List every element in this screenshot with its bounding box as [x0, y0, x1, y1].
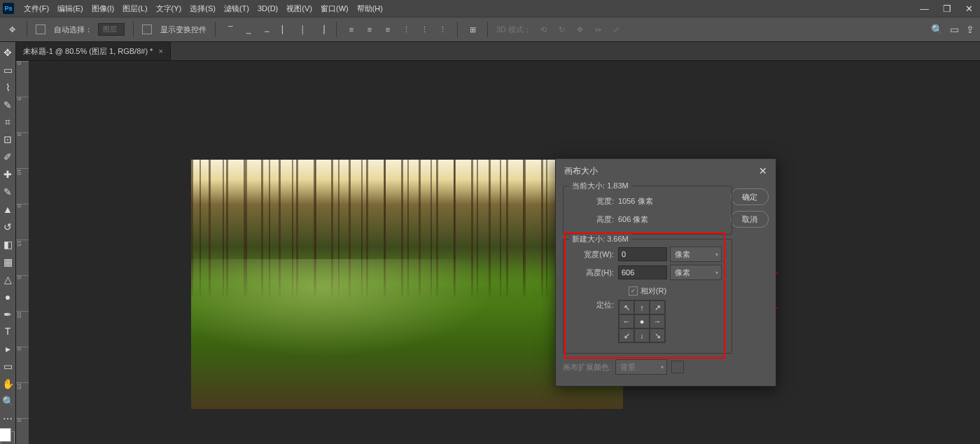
tab-close-icon[interactable]: × — [158, 47, 162, 55]
ps-logo: Ps — [3, 3, 14, 14]
cur-height-label: 高度: — [570, 214, 614, 225]
distribute-2-icon[interactable]: ≡ — [363, 23, 376, 36]
document-tab[interactable]: 未标题-1 @ 80.5% (图层 1, RGB/8#) * × — [16, 42, 171, 60]
menu-window[interactable]: 窗口(W) — [316, 4, 353, 14]
relative-label: 相对(R) — [640, 286, 666, 296]
show-transform-checkbox[interactable] — [142, 25, 152, 34]
new-size-value: 3.66M — [607, 235, 629, 243]
menu-type[interactable]: 文字(Y) — [152, 4, 186, 14]
tool-palette: ✥ ▭ ⌇ ✎ ⌗ ⊡ ✐ ✚ ✎ ▲ ↺ ◧ ▦ △ ● ✒ T ▸ ▭ ✋ … — [0, 42, 16, 444]
menu-image[interactable]: 图像(I) — [88, 4, 118, 14]
width-input[interactable] — [618, 247, 667, 261]
dialog-title: 画布大小 — [564, 165, 598, 177]
canvas-size-dialog: 画布大小 ✕ 确定 取消 当前大小: 1.83M 宽度:1056 像素 高度:6… — [555, 158, 776, 387]
cur-height-value: 606 像素 — [618, 214, 648, 225]
cur-width-value: 1056 像素 — [618, 196, 653, 207]
auto-align-icon[interactable]: ⊞ — [466, 23, 479, 36]
move-tool[interactable]: ✥ — [0, 45, 15, 60]
gradient-tool[interactable]: ▦ — [0, 254, 15, 270]
menu-help[interactable]: 帮助(H) — [353, 4, 387, 14]
3d-zoom-icon[interactable]: ⤢ — [610, 23, 622, 36]
autoselect-target[interactable]: 图层 — [98, 23, 125, 36]
eraser-tool[interactable]: ◧ — [0, 237, 15, 252]
healing-tool[interactable]: ✚ — [0, 167, 15, 182]
shape-tool[interactable]: ▭ — [0, 359, 15, 374]
options-bar: ✥ 自动选择： 图层 显示变换控件 ⎺ ⎯ ⎽ ▏ │ ▕ ≡ ≡ ≡ ⋮ ⋮ … — [0, 17, 980, 42]
pen-tool[interactable]: ✒ — [0, 307, 15, 322]
menu-select[interactable]: 选择(S) — [186, 4, 220, 14]
3d-orbit-icon[interactable]: ⟲ — [537, 23, 550, 36]
menu-view[interactable]: 视图(V) — [282, 4, 316, 14]
brush-tool[interactable]: ✎ — [0, 184, 15, 200]
zoom-tool[interactable]: 🔍 — [0, 394, 15, 409]
maximize-icon[interactable]: ❐ — [939, 4, 955, 14]
ext-color-swatch[interactable] — [671, 361, 684, 373]
search-icon[interactable]: 🔍 — [931, 24, 943, 35]
crop-tool[interactable]: ⌗ — [0, 115, 15, 130]
current-size-value: 1.83M — [607, 181, 629, 190]
current-size-label: 当前大小: — [572, 181, 605, 190]
align-bottom-icon[interactable]: ⎽ — [260, 23, 273, 36]
lasso-tool[interactable]: ⌇ — [0, 80, 15, 95]
blur-tool[interactable]: △ — [0, 272, 15, 287]
history-brush-tool[interactable]: ↺ — [0, 219, 15, 235]
3d-pan-icon[interactable]: ✥ — [573, 23, 586, 36]
height-label: 高度(H): — [570, 268, 614, 278]
workspace-icon[interactable]: ▭ — [950, 24, 959, 35]
ok-button[interactable]: 确定 — [731, 188, 769, 205]
dodge-tool[interactable]: ● — [0, 289, 15, 305]
quick-select-tool[interactable]: ✎ — [0, 97, 15, 113]
show-transform-label: 显示变换控件 — [160, 25, 206, 35]
close-icon[interactable]: ✕ — [961, 4, 977, 14]
hand-tool[interactable]: ✋ — [0, 376, 15, 391]
path-select-tool[interactable]: ▸ — [0, 341, 15, 356]
distribute-1-icon[interactable]: ≡ — [345, 23, 358, 36]
stamp-tool[interactable]: ▲ — [0, 202, 15, 217]
ext-color-label: 画布扩展颜色: — [563, 362, 611, 373]
ext-color-select[interactable]: 背景 — [615, 359, 667, 375]
3d-slide-icon[interactable]: ⇔ — [592, 23, 604, 36]
dialog-close-icon[interactable]: ✕ — [759, 165, 767, 176]
relative-checkbox[interactable]: ✓ — [629, 286, 638, 296]
width-label: 宽度(W): — [570, 249, 614, 260]
width-unit-select[interactable]: 像素 — [670, 247, 722, 262]
3d-roll-icon[interactable]: ↻ — [555, 23, 568, 36]
autoselect-label: 自动选择： — [54, 25, 92, 35]
distribute-6-icon[interactable]: ⋮ — [436, 23, 449, 36]
align-hcenter-icon[interactable]: │ — [297, 23, 309, 36]
marquee-tool[interactable]: ▭ — [0, 62, 15, 78]
eyedropper-tool[interactable]: ✐ — [0, 149, 15, 165]
menu-filter[interactable]: 滤镜(T) — [220, 4, 253, 14]
anchor-label: 定位: — [570, 300, 614, 310]
distribute-3-icon[interactable]: ≡ — [382, 23, 394, 36]
canvas-stage[interactable]: 画布大小 ✕ 确定 取消 当前大小: 1.83M 宽度:1056 像素 高度:6… — [29, 61, 980, 444]
3d-mode-label: 3D 模式： — [496, 25, 531, 35]
height-input[interactable] — [618, 265, 667, 279]
cancel-button[interactable]: 取消 — [731, 211, 769, 228]
menu-edit[interactable]: 编辑(E) — [53, 4, 88, 14]
menu-layer[interactable]: 图层(L) — [118, 4, 151, 14]
type-tool[interactable]: T — [0, 324, 15, 340]
move-tool-icon: ✥ — [6, 23, 18, 36]
menu-bar: Ps 文件(F) 编辑(E) 图像(I) 图层(L) 文字(Y) 选择(S) 滤… — [0, 0, 980, 17]
new-size-label: 新建大小: — [572, 235, 605, 243]
autoselect-checkbox[interactable] — [36, 25, 46, 34]
frame-tool[interactable]: ⊡ — [0, 132, 15, 148]
color-swatches[interactable] — [1, 431, 15, 444]
distribute-4-icon[interactable]: ⋮ — [400, 23, 412, 36]
align-top-icon[interactable]: ⎺ — [224, 23, 237, 36]
menu-3d[interactable]: 3D(D) — [253, 4, 282, 13]
height-unit-select[interactable]: 像素 — [670, 265, 722, 280]
align-right-icon[interactable]: ▕ — [315, 23, 328, 36]
edit-toolbar[interactable]: ⋯ — [0, 411, 15, 426]
menu-file[interactable]: 文件(F) — [20, 4, 53, 14]
share-icon[interactable]: ⇪ — [966, 24, 974, 35]
cur-width-label: 宽度: — [570, 196, 614, 207]
distribute-5-icon[interactable]: ⋮ — [418, 23, 430, 36]
minimize-icon[interactable]: ― — [916, 4, 933, 14]
document-tabs: 未标题-1 @ 80.5% (图层 1, RGB/8#) * × — [16, 42, 980, 61]
tab-title: 未标题-1 @ 80.5% (图层 1, RGB/8#) * — [23, 46, 153, 57]
align-left-icon[interactable]: ▏ — [279, 23, 291, 36]
anchor-grid[interactable]: ↖↑↗ ←●→ ↙↓↘ — [618, 300, 666, 343]
align-vcenter-icon[interactable]: ⎯ — [242, 23, 255, 36]
